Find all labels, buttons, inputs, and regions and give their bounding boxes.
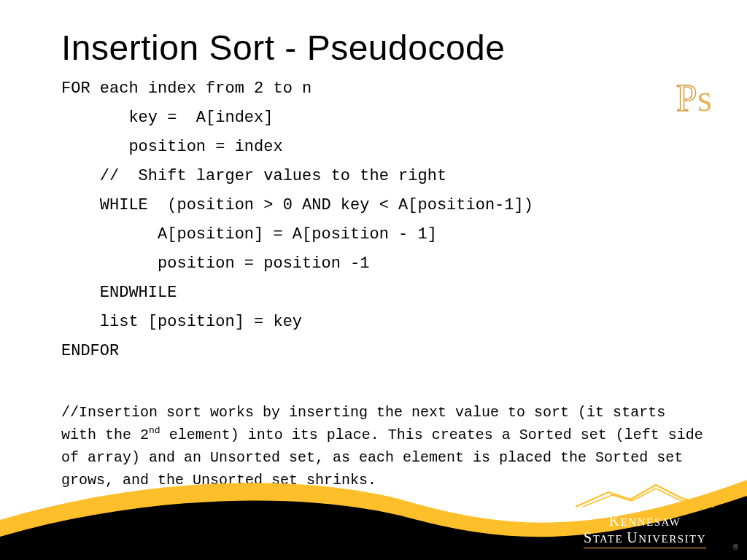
logo-line2: STATE UNIVERSITY	[584, 529, 706, 548]
slide: Insertion Sort - Pseudocode Ps FOR each …	[0, 0, 747, 560]
desc-superscript: nd	[149, 425, 160, 436]
code-line: FOR each index from 2 to n	[61, 74, 703, 104]
pseudocode-block: FOR each index from 2 to n key = A[index…	[61, 74, 703, 366]
logo-s: S	[584, 529, 593, 545]
logo-line1: KENNESAW	[572, 513, 718, 529]
code-line: ENDWHILE	[61, 279, 703, 308]
code-line: list [position] = key	[61, 308, 703, 337]
code-line: position = position -1	[61, 249, 703, 279]
mountain-icon	[572, 482, 718, 508]
code-line: position = index	[61, 133, 703, 162]
logo-niversity: NIVERSITY	[638, 533, 706, 545]
slide-title: Insertion Sort - Pseudocode	[61, 28, 506, 68]
code-line: WHILE (position > 0 AND key < A[position…	[61, 191, 703, 220]
registered-mark: ®	[733, 543, 738, 551]
code-line: // Shift larger values to the right	[61, 162, 703, 191]
university-logo: KENNESAW STATE UNIVERSITY	[572, 482, 718, 548]
logo-tate: TATE	[593, 533, 627, 545]
logo-ennesaw: ENNESAW	[621, 516, 681, 528]
code-line: A[position] = A[position - 1]	[61, 220, 703, 249]
code-line: key = A[index]	[61, 104, 703, 133]
logo-k: K	[609, 513, 621, 529]
logo-u: U	[627, 529, 638, 545]
code-line: ENDFOR	[61, 337, 703, 366]
